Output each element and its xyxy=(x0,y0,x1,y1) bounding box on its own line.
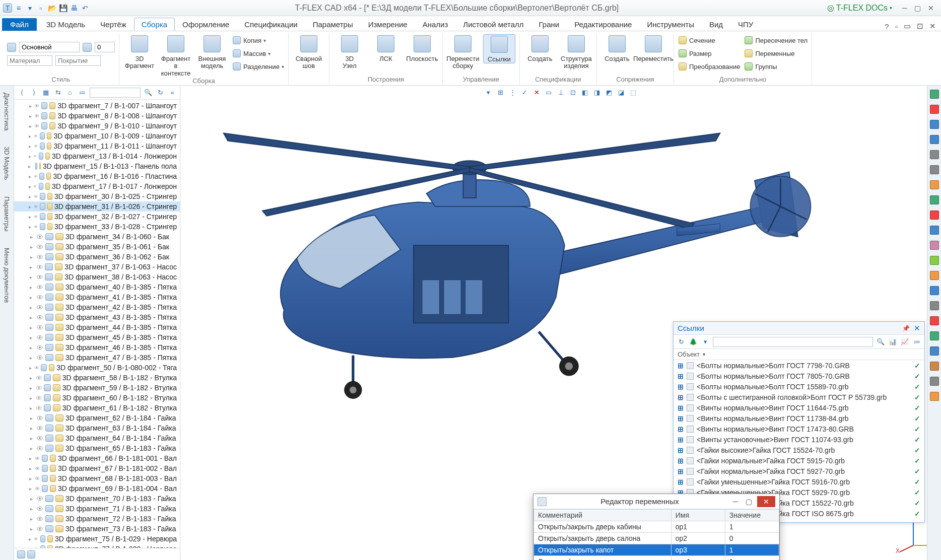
vp-icon[interactable]: ◨ xyxy=(592,88,601,97)
tree-item[interactable]: ▸3D фрагмент_34 / В-1-060 - Бак xyxy=(14,232,180,242)
tree-item[interactable]: ▸3D фрагмент_71 / В-1-183 - Гайка xyxy=(14,504,180,514)
lp-refresh-icon[interactable]: ↻ xyxy=(677,337,686,346)
vp-icon[interactable]: ◧ xyxy=(580,88,589,97)
tab-ЧПУ[interactable]: ЧПУ xyxy=(730,18,761,31)
tree-item[interactable]: ▸3D фрагмент_10 / В-1-009 - Шпангоут xyxy=(14,131,180,141)
tree-item[interactable]: ▸3D фрагмент_38 / В-1-063 - Насос xyxy=(14,272,180,282)
linewidth-icon[interactable] xyxy=(83,43,92,52)
tree-item[interactable]: ▸3D фрагмент_45 / В-1-385 - Пятка xyxy=(14,332,180,342)
link-row[interactable]: ⊞<Винты установочные>Винт ГОСТ 11074-93.… xyxy=(674,434,924,445)
tree-item[interactable]: ▸3D фрагмент_67 / В-1-181-002 - Вал xyxy=(14,463,180,473)
vp-icon[interactable]: ⬚ xyxy=(629,88,638,97)
link-row[interactable]: ⊞<Гайки уменьшенные>Гайка ГОСТ 5916-70.g… xyxy=(674,476,924,487)
palette-tool-icon[interactable] xyxy=(929,209,940,221)
dialog-close-button[interactable]: ✕ xyxy=(757,496,775,507)
lp-tree-icon[interactable]: 🌲 xyxy=(689,337,698,346)
left-tab[interactable]: Параметры xyxy=(2,192,12,235)
ribbon-button-sm[interactable]: Разделение xyxy=(232,60,284,73)
tab-Измерение[interactable]: Измерение xyxy=(361,18,415,31)
ribbon-button[interactable]: Создать xyxy=(524,34,556,62)
palette-tool-icon[interactable] xyxy=(929,300,940,311)
tree-item[interactable]: ▸3D фрагмент_77 / В-1-030 - Нервюра xyxy=(14,544,180,548)
save-icon[interactable]: 💾 xyxy=(58,4,68,13)
left-tab[interactable]: Меню документов xyxy=(2,244,12,307)
link-row[interactable]: ⊞<Болты нормальные>Болт ГОСТ 7798-70.GRB… xyxy=(674,360,924,371)
menu-icon[interactable]: ≡ xyxy=(14,4,23,13)
ribbon-button[interactable]: Фрагмент вконтексте xyxy=(160,34,192,77)
tab-Вид[interactable]: Вид xyxy=(702,18,730,31)
tree-item[interactable]: ▸3D фрагмент_66 / В-1-181-001 - Вал xyxy=(14,453,180,463)
vp-icon[interactable]: ⊞ xyxy=(496,88,505,97)
close-button[interactable]: ✕ xyxy=(928,4,934,12)
ribbon-button[interactable]: Перенестисборку xyxy=(447,34,479,70)
ribbon-button[interactable]: Ссылки xyxy=(483,34,515,63)
palette-tool-icon[interactable] xyxy=(929,179,940,190)
link-row[interactable]: ⊞<Болты нормальные>Болт ГОСТ 7805-70.GRB… xyxy=(674,371,924,381)
help-icon[interactable]: ? xyxy=(885,22,889,31)
tree-footer-icon2[interactable] xyxy=(27,550,35,558)
tree-item[interactable]: ▸3D фрагмент_17 / В-1-017 - Лонжерон xyxy=(14,181,180,191)
tree-item[interactable]: ▸3D фрагмент_33 / В-1-028 - Стрингер xyxy=(14,222,180,232)
tab-Анализ[interactable]: Анализ xyxy=(415,18,456,31)
undo-icon[interactable]: ↶ xyxy=(81,4,90,13)
tree-item[interactable]: ▸3D фрагмент_64 / В-1-184 - Гайка xyxy=(14,433,180,443)
tree-item[interactable]: ▸3D фрагмент_63 / В-1-184 - Гайка xyxy=(14,423,180,433)
palette-tool-icon[interactable] xyxy=(929,134,940,145)
variable-row[interactable]: Открыть/закрыть дверь салонаop20 xyxy=(534,533,779,544)
lp-filter-icon[interactable]: ▾ xyxy=(701,337,710,346)
dialog-minimize-button[interactable]: ─ xyxy=(729,496,742,507)
ribbon-button[interactable]: Переместить xyxy=(637,34,669,62)
left-tab[interactable]: 3D Модель xyxy=(2,143,12,184)
tree-item[interactable]: ▸3D фрагмент_13 / В-1-014 - Лонжерон xyxy=(14,151,180,161)
tree-item[interactable]: ▸3D фрагмент_69 / В-1-181-004 - Вал xyxy=(14,483,180,494)
palette-tool-icon[interactable] xyxy=(929,119,940,130)
tree-sync-icon[interactable]: ⇆ xyxy=(53,88,62,97)
tree-item[interactable]: ▸3D фрагмент_35 / В-1-061 - Бак xyxy=(14,242,180,252)
tree-item[interactable]: ▸3D фрагмент_30 / В-1-025 - Стрингер xyxy=(14,191,180,201)
tab-Чертёж[interactable]: Чертёж xyxy=(93,18,134,31)
ribbon-button-sm[interactable]: Сечение xyxy=(678,34,741,46)
tree-item[interactable]: ▸3D фрагмент_40 / В-1-385 - Пятка xyxy=(14,282,180,292)
variable-row[interactable]: Открыть/закрыть дверь кабиныop11 xyxy=(534,521,779,533)
tree-item[interactable]: ▸3D фрагмент_65 / В-1-183 - Гайка xyxy=(14,443,180,453)
vp-icon[interactable]: ▭ xyxy=(544,88,553,97)
tab-Редактирование[interactable]: Редактирование xyxy=(567,18,639,31)
tree-item[interactable]: ▸3D фрагмент_72 / В-1-183 - Гайка xyxy=(14,514,180,524)
tree-refresh-icon[interactable]: ↻ xyxy=(156,88,165,97)
palette-tool-icon[interactable] xyxy=(929,330,940,341)
style-icon[interactable] xyxy=(7,43,16,52)
lp-chart2-icon[interactable]: 📈 xyxy=(900,337,909,346)
app-close-icon[interactable]: ✕ xyxy=(929,22,936,31)
vp-icon[interactable]: ◩ xyxy=(604,88,614,97)
ribbon-button-sm[interactable]: Массив xyxy=(232,47,284,59)
variables-table[interactable]: Комментарий Имя Значение Открыть/закрыть… xyxy=(533,509,779,560)
palette-tool-icon[interactable] xyxy=(929,89,940,100)
palette-tool-icon[interactable] xyxy=(929,104,940,115)
palette-tool-icon[interactable] xyxy=(929,240,940,251)
vp-icon[interactable]: ⊥ xyxy=(556,88,565,97)
tree-item[interactable]: ▸3D фрагмент_15 / В-1-013 - Панель пола xyxy=(14,161,180,171)
file-button[interactable]: Файл xyxy=(2,18,37,31)
link-row[interactable]: ⊞<Винты нормальные>Винт ГОСТ 11738-84.gr… xyxy=(674,413,924,424)
ribbon-button[interactable]: Создать xyxy=(601,34,633,62)
lp-chart-icon[interactable]: 📊 xyxy=(888,337,897,346)
new-icon[interactable]: ▾ xyxy=(25,4,34,13)
tab-Оформление[interactable]: Оформление xyxy=(175,18,237,31)
tree-search-icon[interactable]: 🔍 xyxy=(144,88,153,97)
ribbon-button-sm[interactable]: Размер xyxy=(678,47,741,59)
open-icon[interactable]: 📂 xyxy=(47,4,56,13)
palette-tool-icon[interactable] xyxy=(929,225,940,236)
print-icon[interactable]: 🖶 xyxy=(70,4,79,13)
palette-tool-icon[interactable] xyxy=(929,255,940,266)
tree-filter-icon[interactable]: ▦ xyxy=(41,88,50,97)
palette-tool-icon[interactable] xyxy=(929,285,940,296)
pin-icon[interactable]: 📌 xyxy=(902,325,910,332)
minimize-button[interactable]: ─ xyxy=(902,4,907,12)
tab-Грани[interactable]: Грани xyxy=(531,18,567,31)
tree-item[interactable]: ▸3D фрагмент_16 / В-1-016 - Пластина xyxy=(14,171,180,181)
link-row[interactable]: ⊞<Болты с шестигранной головкой>Болт ГОС… xyxy=(674,392,924,402)
lp-search-input[interactable] xyxy=(713,337,873,347)
tree-item[interactable]: ▸3D фрагмент_9 / В-1-010 - Шпангоут xyxy=(14,121,180,131)
tree-item[interactable]: ▸3D фрагмент_32 / В-1-027 - Стрингер xyxy=(14,212,180,222)
link-row[interactable]: ⊞<Винты нормальные>Винт ГОСТ 17473-80.GR… xyxy=(674,424,924,434)
